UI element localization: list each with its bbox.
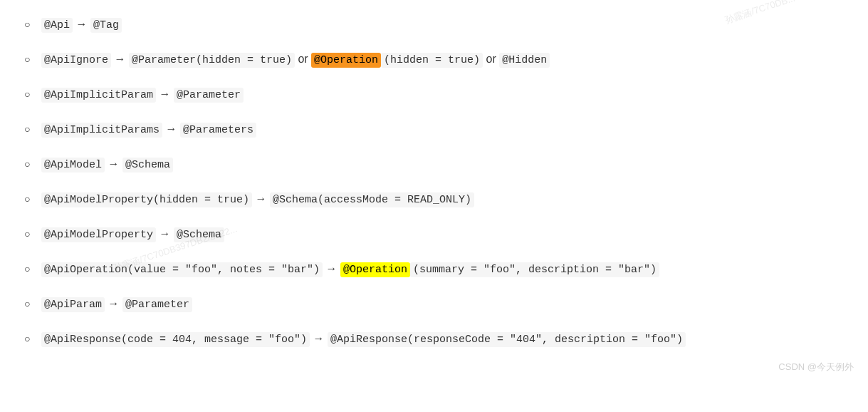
code-token: @ApiModelProperty(hidden = true) — [41, 192, 252, 207]
list-item: @ApiResponse(code = 404, message = "foo"… — [21, 329, 847, 349]
separator-text: → — [252, 192, 270, 205]
code-token: @Parameters — [180, 123, 256, 138]
code-token: @ApiIgnore — [41, 53, 111, 68]
list-item: @ApiImplicitParams → @Parameters — [21, 119, 847, 140]
highlighted-token: @Operation — [340, 262, 410, 277]
code-token: @ApiParam — [41, 297, 105, 312]
csdn-attribution: CSDN @今天例外 — [778, 361, 854, 374]
code-token: @Parameter — [122, 297, 192, 312]
separator-text: → — [156, 227, 174, 240]
code-token: @Parameter(hidden = true) — [129, 53, 295, 68]
code-token: (hidden = true) — [381, 53, 483, 68]
separator-text: → — [105, 297, 122, 309]
list-item: @ApiIgnore → @Parameter(hidden = true) o… — [21, 49, 847, 70]
code-token: @ApiImplicitParams — [41, 123, 162, 138]
code-token: @ApiImplicitParam — [41, 88, 156, 103]
code-token: @ApiModelProperty — [41, 227, 156, 242]
separator-text: → — [111, 53, 129, 65]
code-token: @Tag — [90, 18, 122, 33]
highlighted-token: @Operation — [311, 53, 381, 68]
separator-text: or — [295, 53, 311, 65]
code-token: @ApiModel — [41, 158, 105, 172]
list-item: @ApiOperation(value = "foo", notes = "ba… — [21, 259, 847, 279]
code-token: @Parameter — [174, 88, 244, 103]
code-token: @Api — [41, 18, 73, 33]
separator-text: → — [105, 158, 122, 170]
separator-text: → — [156, 88, 174, 100]
list-item: @ApiModelProperty → @Schema — [21, 224, 847, 244]
separator-text: → — [73, 18, 90, 30]
code-token: (summary = "foo", description = "bar") — [410, 262, 659, 277]
code-token: @Schema(accessMode = READ_ONLY) — [270, 192, 474, 207]
code-token: @ApiResponse(code = 404, message = "foo"… — [41, 332, 310, 347]
list-item: @ApiModel → @Schema — [21, 154, 847, 175]
separator-text: → — [310, 332, 328, 344]
code-token: @ApiOperation(value = "foo", notes = "ba… — [41, 262, 323, 277]
separator-text: → — [162, 123, 180, 135]
list-item: @ApiImplicitParam → @Parameter — [21, 84, 847, 105]
code-token: @Schema — [174, 227, 224, 242]
annotation-mapping-list: @Api → @Tag@ApiIgnore → @Parameter(hidde… — [21, 14, 847, 349]
list-item: @Api → @Tag — [21, 14, 847, 35]
code-token: @ApiResponse(responseCode = "404", descr… — [328, 332, 686, 347]
list-item: @ApiModelProperty(hidden = true) → @Sche… — [21, 189, 847, 210]
code-token: @Schema — [122, 158, 173, 172]
code-token: @Hidden — [499, 53, 550, 68]
separator-text: → — [323, 262, 340, 274]
separator-text: or — [483, 53, 499, 65]
list-item: @ApiParam → @Parameter — [21, 294, 847, 314]
